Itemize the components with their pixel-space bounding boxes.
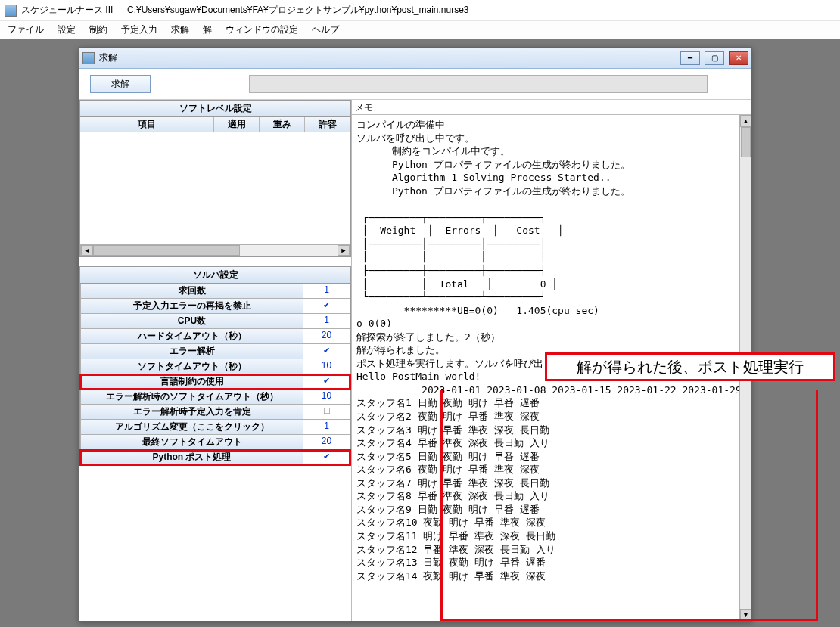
solver-row-value[interactable]: 10 bbox=[303, 359, 350, 374]
solver-row-9: アルゴリズム変更（ここをクリック）1 bbox=[80, 420, 350, 435]
solver-row-label: 予定入力エラーの再掲を禁止 bbox=[80, 299, 303, 314]
solve-button[interactable]: 求解 bbox=[90, 75, 151, 93]
left-pane: ソフトレベル設定 項目適用重み許容 ◄ ► ソルバ設定 求回数1予定入力エラーの… bbox=[79, 100, 352, 621]
scroll-left-icon[interactable]: ◄ bbox=[81, 245, 93, 256]
checkbox-icon[interactable] bbox=[323, 451, 330, 461]
memo-label[interactable]: メモ bbox=[352, 100, 751, 115]
menu-item-7[interactable]: ヘルプ bbox=[312, 23, 339, 36]
checkbox-icon[interactable] bbox=[323, 405, 331, 416]
solver-row-label: アルゴリズム変更（ここをクリック） bbox=[80, 420, 303, 435]
solver-row-label: 言語制約の使用 bbox=[80, 374, 303, 390]
checkbox-icon[interactable] bbox=[323, 300, 330, 310]
toolbar: 求解 bbox=[79, 69, 751, 99]
solver-row-value[interactable] bbox=[303, 299, 350, 314]
solver-grid-title: ソルバ設定 bbox=[80, 267, 350, 284]
menu-item-3[interactable]: 予定入力 bbox=[121, 23, 157, 36]
menu-item-2[interactable]: 制約 bbox=[89, 23, 107, 36]
solver-row-value[interactable]: 1 bbox=[303, 314, 350, 329]
scroll-up-icon[interactable]: ▲ bbox=[740, 115, 751, 127]
scroll-right-icon[interactable]: ► bbox=[338, 245, 350, 256]
solver-row-label: 最終ソフトタイムアウト bbox=[80, 435, 303, 450]
solver-settings-grid: ソルバ設定 求回数1予定入力エラーの再掲を禁止CPU数1ハードタイムアウト（秒）… bbox=[79, 266, 351, 466]
solver-row-0: 求回数1 bbox=[80, 284, 350, 299]
child-window-solve: 求解 ━ ▢ ✕ 求解 ソフトレベル設定 項目適用重み許容 ◄ ► bbox=[79, 47, 752, 622]
solver-row-value[interactable]: 20 bbox=[303, 435, 350, 450]
soft-grid-hscroll[interactable]: ◄ ► bbox=[80, 244, 350, 256]
soft-level-grid: ソフトレベル設定 項目適用重み許容 ◄ ► bbox=[79, 100, 351, 257]
soft-grid-header[interactable]: 項目 bbox=[80, 117, 214, 132]
scroll-down-icon[interactable]: ▼ bbox=[740, 609, 751, 621]
app-title: スケジュールナース III bbox=[21, 4, 113, 17]
vscroll-thumb[interactable] bbox=[741, 127, 751, 157]
maximize-button[interactable]: ▢ bbox=[705, 51, 724, 65]
solver-row-10: 最終ソフトタイムアウト20 bbox=[80, 435, 350, 450]
solver-row-6: 言語制約の使用 bbox=[80, 374, 350, 390]
solver-row-value[interactable] bbox=[303, 344, 350, 359]
child-titlebar[interactable]: 求解 ━ ▢ ✕ bbox=[79, 48, 751, 69]
minimize-button[interactable]: ━ bbox=[680, 51, 700, 65]
soft-grid-header[interactable]: 重み bbox=[260, 117, 305, 132]
solver-row-label: エラー解析 bbox=[80, 344, 303, 359]
menu-item-5[interactable]: 解 bbox=[203, 23, 212, 36]
soft-grid-header[interactable]: 許容 bbox=[305, 117, 350, 132]
menu-item-0[interactable]: ファイル bbox=[8, 23, 44, 36]
solver-row-value[interactable] bbox=[303, 450, 350, 465]
solver-row-value[interactable]: 1 bbox=[303, 284, 350, 299]
child-window-title: 求解 bbox=[99, 51, 676, 64]
menu-item-4[interactable]: 求解 bbox=[171, 23, 189, 36]
solver-row-value[interactable] bbox=[303, 374, 350, 390]
app-titlebar: スケジュールナース III C:¥Users¥sugaw¥Documents¥F… bbox=[0, 0, 840, 21]
soft-grid-title: ソフトレベル設定 bbox=[80, 101, 350, 117]
solver-row-4: エラー解析 bbox=[80, 344, 350, 359]
solver-row-5: ソフトタイムアウト（秒）10 bbox=[80, 359, 350, 374]
hscroll-thumb[interactable] bbox=[93, 245, 240, 256]
solver-row-label: 求回数 bbox=[80, 284, 303, 299]
solver-row-label: ハードタイムアウト（秒） bbox=[80, 329, 303, 344]
solver-row-label: Python ポスト処理 bbox=[80, 450, 303, 465]
solver-row-value[interactable] bbox=[303, 405, 350, 420]
solver-row-label: CPU数 bbox=[80, 314, 303, 329]
solver-row-label: エラー解析時のソフトタイムアウト（秒） bbox=[80, 390, 303, 405]
mdi-area: 求解 ━ ▢ ✕ 求解 ソフトレベル設定 項目適用重み許容 ◄ ► bbox=[0, 39, 840, 627]
solver-row-3: ハードタイムアウト（秒）20 bbox=[80, 329, 350, 344]
child-window-icon bbox=[82, 52, 95, 64]
solver-row-2: CPU数1 bbox=[80, 314, 350, 329]
menu-item-1[interactable]: 設定 bbox=[58, 23, 76, 36]
solver-row-label: ソフトタイムアウト（秒） bbox=[80, 359, 303, 374]
checkbox-icon[interactable] bbox=[323, 345, 330, 355]
close-button[interactable]: ✕ bbox=[729, 51, 748, 65]
menubar: ファイル設定制約予定入力求解解ウィンドウの設定ヘルプ bbox=[0, 21, 840, 39]
solver-row-11: Python ポスト処理 bbox=[80, 450, 350, 465]
app-filepath: C:¥Users¥sugaw¥Documents¥FA¥プロジェクトサンプル¥p… bbox=[127, 4, 469, 17]
solver-row-value[interactable]: 10 bbox=[303, 390, 350, 405]
solve-output-box[interactable] bbox=[249, 75, 708, 93]
solver-row-7: エラー解析時のソフトタイムアウト（秒）10 bbox=[80, 390, 350, 405]
annotation-callout: 解が得られた後、ポスト処理実行 bbox=[545, 352, 835, 381]
solver-row-value[interactable]: 1 bbox=[303, 420, 350, 435]
checkbox-icon[interactable] bbox=[323, 375, 330, 386]
app-icon bbox=[5, 5, 17, 17]
soft-grid-header[interactable]: 適用 bbox=[214, 117, 260, 132]
solver-row-label: エラー解析時予定入力を肯定 bbox=[80, 405, 303, 420]
soft-grid-body[interactable] bbox=[80, 132, 350, 244]
solver-row-8: エラー解析時予定入力を肯定 bbox=[80, 405, 350, 420]
solver-row-1: 予定入力エラーの再掲を禁止 bbox=[80, 299, 350, 314]
menu-item-6[interactable]: ウィンドウの設定 bbox=[226, 23, 298, 36]
solver-row-value[interactable]: 20 bbox=[303, 329, 350, 344]
